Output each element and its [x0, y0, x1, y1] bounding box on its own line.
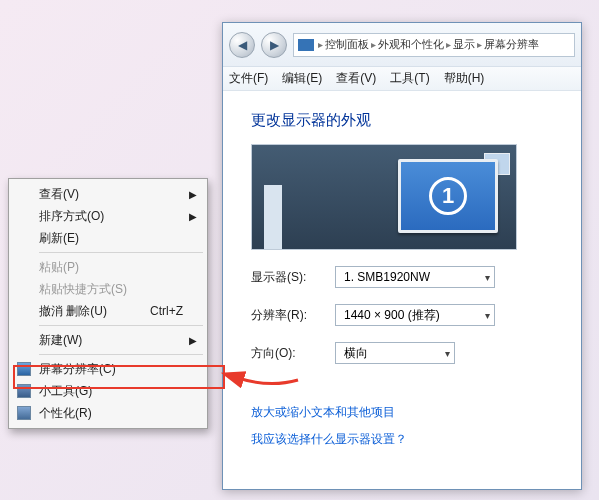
personalize-icon [17, 406, 31, 420]
desktop-context-menu: 查看(V) ▶ 排序方式(O) ▶ 刷新(E) 粘贴(P) 粘贴快捷方式(S) … [8, 178, 208, 429]
breadcrumb-item[interactable]: 外观和个性化 [378, 37, 444, 52]
breadcrumb-sep: ▸ [371, 39, 376, 50]
primary-monitor-icon[interactable]: 1 [398, 159, 498, 233]
resolution-select[interactable]: 1440 × 900 (推荐) ▾ [335, 304, 495, 326]
link-text-size[interactable]: 放大或缩小文本和其他项目 [251, 404, 571, 421]
window-body: 更改显示器的外观 1 显示器(S): 1. SMB1920NW ▾ 分辨率(R)… [223, 91, 581, 472]
menu-edit[interactable]: 编辑(E) [282, 70, 322, 87]
monitor-number: 1 [429, 177, 467, 215]
display-select[interactable]: 1. SMB1920NW ▾ [335, 266, 495, 288]
orientation-select-value: 横向 [344, 345, 368, 362]
display-select-value: 1. SMB1920NW [344, 270, 430, 284]
chevron-down-icon: ▾ [445, 348, 450, 359]
forward-button[interactable]: ▶ [261, 32, 287, 58]
breadcrumb-item[interactable]: 控制面板 [325, 37, 369, 52]
link-display-settings-help[interactable]: 我应该选择什么显示器设置？ [251, 431, 571, 448]
ctx-view[interactable]: 查看(V) ▶ [11, 183, 205, 205]
ctx-gadgets[interactable]: 小工具(G) [11, 380, 205, 402]
ctx-refresh[interactable]: 刷新(E) [11, 227, 205, 249]
menu-help[interactable]: 帮助(H) [444, 70, 485, 87]
ctx-personalize[interactable]: 个性化(R) [11, 402, 205, 424]
ctx-undo-delete[interactable]: 撤消 删除(U) Ctrl+Z [11, 300, 205, 322]
ctx-screen-resolution-label: 屏幕分辨率(C) [39, 361, 116, 378]
menu-tools[interactable]: 工具(T) [390, 70, 429, 87]
ctx-personalize-label: 个性化(R) [39, 405, 92, 422]
ctx-sort[interactable]: 排序方式(O) ▶ [11, 205, 205, 227]
ctx-new-label: 新建(W) [39, 332, 82, 349]
display-settings-window: ◀ ▶ ▸ 控制面板 ▸ 外观和个性化 ▸ 显示 ▸ 屏幕分辨率 文件(F) 编… [222, 22, 582, 490]
back-button[interactable]: ◀ [229, 32, 255, 58]
monitor-icon [17, 362, 31, 376]
breadcrumb-sep: ▸ [318, 39, 323, 50]
resolution-row: 分辨率(R): 1440 × 900 (推荐) ▾ [251, 304, 571, 326]
ctx-gadgets-label: 小工具(G) [39, 383, 92, 400]
ctx-paste-label: 粘贴(P) [39, 259, 79, 276]
breadcrumb-sep: ▸ [446, 39, 451, 50]
ctx-new[interactable]: 新建(W) ▶ [11, 329, 205, 351]
submenu-arrow-icon: ▶ [189, 189, 197, 200]
breadcrumb[interactable]: ▸ 控制面板 ▸ 外观和个性化 ▸ 显示 ▸ 屏幕分辨率 [293, 33, 575, 57]
orientation-select[interactable]: 横向 ▾ [335, 342, 455, 364]
preview-taskbar-icon [264, 185, 282, 249]
shortcut-text: Ctrl+Z [150, 304, 183, 318]
tutorial-arrow-icon [230, 368, 300, 394]
page-title: 更改显示器的外观 [251, 111, 571, 130]
submenu-arrow-icon: ▶ [189, 335, 197, 346]
related-links: 放大或缩小文本和其他项目 我应该选择什么显示器设置？ [251, 404, 571, 448]
control-panel-icon [298, 39, 314, 51]
ctx-paste-shortcut: 粘贴快捷方式(S) [11, 278, 205, 300]
orientation-label: 方向(O): [251, 345, 323, 362]
menu-bar: 文件(F) 编辑(E) 查看(V) 工具(T) 帮助(H) [223, 67, 581, 91]
display-row: 显示器(S): 1. SMB1920NW ▾ [251, 266, 571, 288]
resolution-label: 分辨率(R): [251, 307, 323, 324]
gadget-icon [17, 384, 31, 398]
ctx-refresh-label: 刷新(E) [39, 230, 79, 247]
menu-separator [39, 354, 203, 355]
display-label: 显示器(S): [251, 269, 323, 286]
window-nav-bar: ◀ ▶ ▸ 控制面板 ▸ 外观和个性化 ▸ 显示 ▸ 屏幕分辨率 [223, 23, 581, 67]
breadcrumb-item[interactable]: 显示 [453, 37, 475, 52]
orientation-row: 方向(O): 横向 ▾ [251, 342, 571, 364]
ctx-paste: 粘贴(P) [11, 256, 205, 278]
resolution-select-value: 1440 × 900 (推荐) [344, 307, 440, 324]
ctx-undo-delete-label: 撤消 删除(U) [39, 303, 107, 320]
chevron-down-icon: ▾ [485, 310, 490, 321]
breadcrumb-item[interactable]: 屏幕分辨率 [484, 37, 539, 52]
ctx-sort-label: 排序方式(O) [39, 208, 104, 225]
ctx-screen-resolution[interactable]: 屏幕分辨率(C) [11, 358, 205, 380]
submenu-arrow-icon: ▶ [189, 211, 197, 222]
menu-separator [39, 325, 203, 326]
menu-view[interactable]: 查看(V) [336, 70, 376, 87]
ctx-paste-shortcut-label: 粘贴快捷方式(S) [39, 281, 127, 298]
chevron-down-icon: ▾ [485, 272, 490, 283]
display-preview[interactable]: 1 [251, 144, 517, 250]
ctx-view-label: 查看(V) [39, 186, 79, 203]
menu-separator [39, 252, 203, 253]
menu-file[interactable]: 文件(F) [229, 70, 268, 87]
breadcrumb-sep: ▸ [477, 39, 482, 50]
